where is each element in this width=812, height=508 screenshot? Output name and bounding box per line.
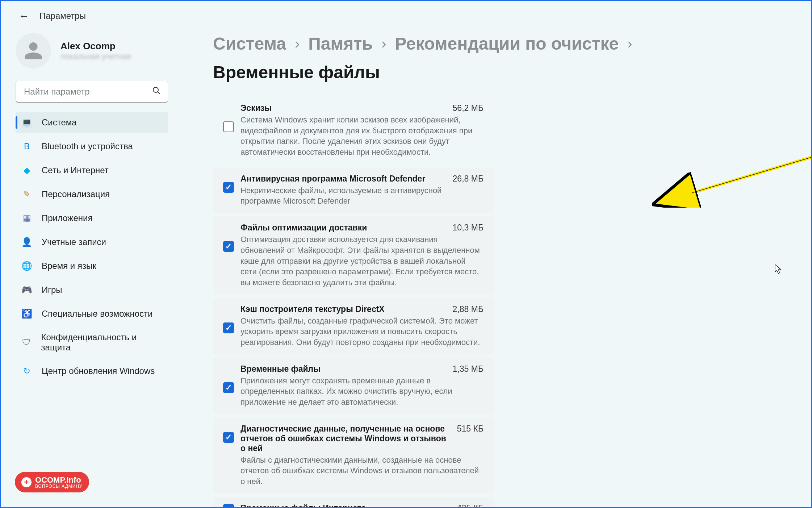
sidebar-item-1[interactable]: BBluetooth и устройства xyxy=(16,136,168,157)
user-name: Alex Ocomp xyxy=(60,41,131,52)
checkbox[interactable] xyxy=(223,182,234,193)
nav-label: Специальные возможности xyxy=(42,309,152,319)
checkbox[interactable] xyxy=(223,121,234,132)
nav-label: Игры xyxy=(42,285,62,295)
item-size: 1,35 МБ xyxy=(453,364,484,374)
sidebar-item-0[interactable]: 💻Система xyxy=(16,112,168,133)
item-title: Временные файлы xyxy=(240,364,321,374)
item-size: 515 КБ xyxy=(457,424,484,453)
nav-label: Учетные записи xyxy=(42,237,106,247)
nav-label: Система xyxy=(42,117,77,128)
window-title: Параметры xyxy=(39,11,86,21)
titlebar: ← Параметры xyxy=(1,1,811,26)
chevron-right-icon: › xyxy=(295,36,300,52)
sidebar-item-5[interactable]: 👤Учетные записи xyxy=(16,232,168,253)
item-description: Некритические файлы, используемые в анти… xyxy=(240,185,484,207)
search-icon xyxy=(152,86,161,97)
avatar xyxy=(16,33,51,68)
nav-label: Конфиденциальность и защита xyxy=(41,332,162,353)
main-content: Система›Память›Рекомендации по очистке›В… xyxy=(180,26,811,507)
search-input[interactable] xyxy=(16,81,168,103)
checkbox[interactable] xyxy=(223,382,234,393)
sidebar-item-4[interactable]: ▦Приложения xyxy=(16,208,168,229)
cleanup-item[interactable]: Кэш построителя текстуры DirectX2,88 МБО… xyxy=(213,298,494,354)
user-sub: локальная учетная xyxy=(60,52,131,61)
nav-icon: B xyxy=(21,141,32,152)
nav-label: Приложения xyxy=(42,213,92,223)
svg-point-0 xyxy=(153,87,158,92)
nav-label: Центр обновления Windows xyxy=(42,366,155,376)
nav-icon: 💻 xyxy=(21,117,32,128)
item-description: Оптимизация доставки используется для ск… xyxy=(240,234,484,288)
sidebar-item-10[interactable]: ↻Центр обновления Windows xyxy=(16,361,168,382)
breadcrumb-item: Временные файлы xyxy=(213,62,380,82)
sidebar-item-2[interactable]: ◆Сеть и Интернет xyxy=(16,160,168,181)
nav-icon: ✎ xyxy=(21,189,32,200)
nav-label: Bluetooth и устройства xyxy=(42,141,133,151)
nav-icon: 👤 xyxy=(21,237,32,247)
checkbox[interactable] xyxy=(223,432,234,443)
svg-line-6 xyxy=(691,132,811,193)
nav-icon: 🌐 xyxy=(21,261,32,271)
breadcrumb-item[interactable]: Рекомендации по очистке xyxy=(395,34,619,54)
user-profile[interactable]: Alex Ocomp локальная учетная xyxy=(16,33,168,68)
item-size: 10,3 МБ xyxy=(453,223,484,233)
nav-icon: ▦ xyxy=(21,213,32,224)
chevron-right-icon: › xyxy=(627,36,632,52)
nav-icon: 🎮 xyxy=(21,284,32,295)
item-description: Файлы с диагностическими данными, создан… xyxy=(240,455,484,487)
breadcrumb: Система›Память›Рекомендации по очистке›В… xyxy=(213,34,789,82)
svg-line-4 xyxy=(691,132,811,193)
cleanup-item[interactable]: Эскизы56,2 МБСистема Windows хранит копи… xyxy=(213,97,494,164)
nav-icon: 🛡 xyxy=(21,337,32,348)
cleanup-item[interactable]: Временные файлы1,35 МБПриложения могут с… xyxy=(213,358,494,414)
nav-icon: ♿ xyxy=(21,308,32,319)
item-title: Временные файлы Интернета xyxy=(240,503,366,507)
sidebar: Alex Ocomp локальная учетная 💻СистемаBBl… xyxy=(1,26,180,507)
sidebar-item-6[interactable]: 🌐Время и язык xyxy=(16,255,168,276)
back-icon[interactable]: ← xyxy=(18,10,29,22)
item-size: 2,88 МБ xyxy=(453,304,484,314)
cursor-icon xyxy=(774,264,782,276)
breadcrumb-item[interactable]: Память xyxy=(308,34,373,54)
sidebar-item-8[interactable]: ♿Специальные возможности xyxy=(16,303,168,324)
chevron-right-icon: › xyxy=(381,36,386,52)
item-size: 425 КБ xyxy=(457,503,484,507)
sidebar-item-7[interactable]: 🎮Игры xyxy=(16,279,168,300)
svg-line-1 xyxy=(158,92,160,94)
cleanup-item[interactable]: Файлы оптимизации доставки10,3 МБОптимиз… xyxy=(213,216,494,294)
nav-icon: ◆ xyxy=(21,165,32,176)
cleanup-item[interactable]: Антивирусная программа Microsoft Defende… xyxy=(213,167,494,213)
item-title: Антивирусная программа Microsoft Defende… xyxy=(240,174,425,184)
cleanup-item-list: Эскизы56,2 МБСистема Windows хранит копи… xyxy=(213,97,494,507)
nav-list: 💻СистемаBBluetooth и устройства◆Сеть и И… xyxy=(16,112,168,384)
breadcrumb-item[interactable]: Система xyxy=(213,34,286,54)
item-size: 26,8 МБ xyxy=(453,174,484,184)
checkbox[interactable] xyxy=(223,322,234,333)
nav-icon: ↻ xyxy=(21,366,32,376)
sidebar-item-9[interactable]: 🛡Конфиденциальность и защита xyxy=(16,327,168,358)
cleanup-item[interactable]: Временные файлы Интернета425 КБ xyxy=(213,497,494,507)
item-size: 56,2 МБ xyxy=(453,103,484,113)
checkbox[interactable] xyxy=(223,241,234,252)
person-icon xyxy=(23,41,43,61)
item-description: Очистить файлы, созданные графической си… xyxy=(240,316,484,348)
item-title: Эскизы xyxy=(240,103,272,113)
item-title: Диагностические данные, полученные на ос… xyxy=(240,424,450,453)
item-title: Кэш построителя текстуры DirectX xyxy=(240,304,385,314)
cleanup-item[interactable]: Диагностические данные, полученные на ос… xyxy=(213,417,494,494)
item-description: Система Windows хранит копии эскизов все… xyxy=(240,114,484,158)
nav-label: Сеть и Интернет xyxy=(42,165,109,175)
checkbox[interactable] xyxy=(223,504,234,507)
sidebar-item-3[interactable]: ✎Персонализация xyxy=(16,184,168,205)
nav-label: Персонализация xyxy=(42,189,110,199)
item-title: Файлы оптимизации доставки xyxy=(240,223,367,233)
watermark: + OCOMP.info ВОПРОСЫ АДМИНУ xyxy=(15,472,89,492)
nav-label: Время и язык xyxy=(42,261,96,271)
search-field[interactable] xyxy=(16,81,168,103)
item-description: Приложения могут сохранять временные дан… xyxy=(240,375,484,408)
